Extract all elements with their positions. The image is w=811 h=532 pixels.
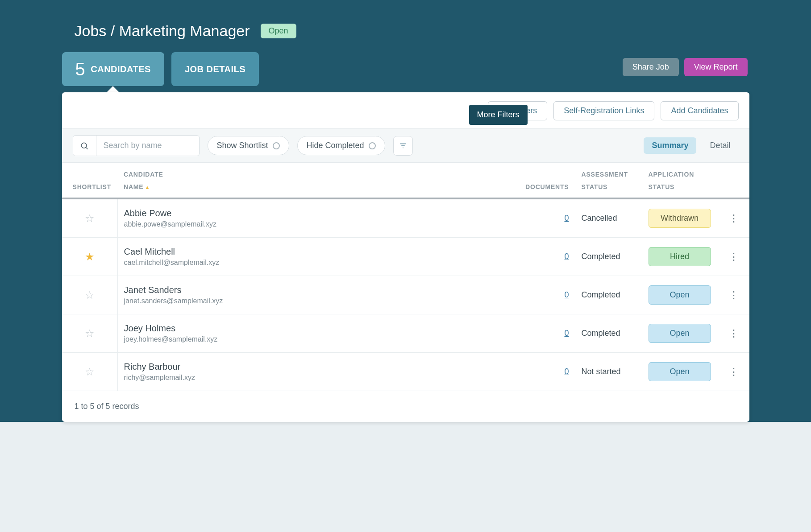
- th-application-status[interactable]: APPLICATION STATUS: [642, 163, 718, 198]
- view-report-button[interactable]: View Report: [684, 58, 748, 76]
- th-documents[interactable]: DOCUMENTS: [491, 163, 575, 198]
- documents-link[interactable]: 0: [564, 329, 569, 338]
- hide-completed-label: Hide Completed: [307, 141, 364, 150]
- shortlist-star-icon[interactable]: ☆: [85, 212, 95, 224]
- candidate-email: joey.holmes@samplemail.xyz: [124, 335, 484, 343]
- assessment-status: Completed: [582, 290, 620, 299]
- shortlist-star-icon[interactable]: ☆: [85, 366, 95, 378]
- candidate-name[interactable]: Janet Sanders: [124, 285, 484, 295]
- candidate-name[interactable]: Richy Barbour: [124, 362, 484, 372]
- th-menu: [718, 163, 749, 198]
- application-status-badge[interactable]: Hired: [649, 247, 711, 266]
- svg-point-0: [81, 143, 87, 148]
- documents-link[interactable]: 0: [564, 214, 569, 223]
- search-input[interactable]: [96, 136, 199, 156]
- radio-icon: [273, 142, 280, 149]
- more-filters-tooltip: More Filters: [469, 105, 528, 125]
- radio-icon: [369, 142, 376, 149]
- row-menu-button[interactable]: ⋮: [718, 276, 749, 314]
- add-candidates-button[interactable]: Add Candidates: [661, 101, 738, 120]
- breadcrumb[interactable]: Jobs / Marketing Manager: [75, 22, 250, 40]
- th-shortlist[interactable]: SHORTLIST: [62, 163, 118, 198]
- detail-view-button[interactable]: Detail: [702, 137, 738, 154]
- filter-icon-button[interactable]: [393, 136, 413, 156]
- assessment-status: Not started: [582, 367, 621, 376]
- hide-completed-toggle[interactable]: Hide Completed: [297, 136, 385, 155]
- row-menu-button[interactable]: ⋮: [718, 314, 749, 353]
- shortlist-star-icon[interactable]: ★: [85, 251, 95, 263]
- assessment-status: Completed: [582, 329, 620, 338]
- documents-link[interactable]: 0: [564, 252, 569, 261]
- job-status-badge: Open: [261, 24, 296, 38]
- tab-candidates-label: CANDIDATES: [91, 64, 151, 74]
- documents-link[interactable]: 0: [564, 290, 569, 299]
- application-status-badge[interactable]: Open: [649, 362, 711, 381]
- candidate-email: janet.sanders@samplemail.xyz: [124, 297, 484, 305]
- table-row: ★Cael Mitchellcael.mitchell@samplemail.x…: [62, 238, 749, 276]
- assessment-status: Cancelled: [582, 214, 617, 223]
- tab-job-details-label: JOB DETAILS: [185, 64, 245, 74]
- th-candidate-name[interactable]: CANDIDATE NAME▴: [117, 163, 490, 198]
- row-menu-button[interactable]: ⋮: [718, 353, 749, 391]
- candidates-table: SHORTLIST CANDIDATE NAME▴ DOCUMENTS ASSE…: [62, 163, 749, 391]
- candidate-email: richy@samplemail.xyz: [124, 374, 484, 382]
- candidate-email: abbie.powe@samplemail.xyz: [124, 220, 484, 228]
- application-status-badge[interactable]: Open: [649, 285, 711, 305]
- tab-candidates[interactable]: 5 CANDIDATES: [62, 52, 164, 86]
- th-assessment-status[interactable]: ASSESSMENT STATUS: [575, 163, 642, 198]
- tab-job-details[interactable]: JOB DETAILS: [171, 52, 259, 86]
- table-row: ☆Abbie Poweabbie.powe@samplemail.xyz0Can…: [62, 198, 749, 238]
- summary-view-button[interactable]: Summary: [644, 137, 696, 154]
- shortlist-star-icon[interactable]: ☆: [85, 327, 95, 339]
- assessment-status: Completed: [582, 252, 620, 261]
- row-menu-button[interactable]: ⋮: [718, 238, 749, 276]
- documents-link[interactable]: 0: [564, 367, 569, 376]
- candidates-count: 5: [75, 60, 86, 78]
- application-status-badge[interactable]: Withdrawn: [649, 209, 711, 228]
- table-row: ☆Janet Sandersjanet.sanders@samplemail.x…: [62, 276, 749, 314]
- svg-line-1: [86, 147, 88, 149]
- records-footer: 1 to 5 of 5 records: [62, 391, 749, 422]
- candidate-name[interactable]: Cael Mitchell: [124, 247, 484, 257]
- candidates-panel: More Filters Reminders Self-Registration…: [62, 92, 749, 422]
- show-shortlist-toggle[interactable]: Show Shortlist: [208, 136, 289, 155]
- row-menu-button[interactable]: ⋮: [718, 198, 749, 238]
- show-shortlist-label: Show Shortlist: [217, 141, 268, 150]
- candidate-email: cael.mitchell@samplemail.xyz: [124, 259, 484, 267]
- application-status-badge[interactable]: Open: [649, 324, 711, 343]
- candidate-name[interactable]: Joey Holmes: [124, 323, 484, 334]
- sort-asc-icon: ▴: [146, 184, 149, 190]
- search-icon: [73, 136, 96, 156]
- candidate-name[interactable]: Abbie Powe: [124, 208, 484, 219]
- self-registration-links-button[interactable]: Self-Registration Links: [553, 101, 654, 120]
- search-wrapper: [73, 135, 200, 156]
- share-job-button[interactable]: Share Job: [623, 58, 679, 76]
- table-row: ☆Richy Barbourrichy@samplemail.xyz0Not s…: [62, 353, 749, 391]
- table-row: ☆Joey Holmesjoey.holmes@samplemail.xyz0C…: [62, 314, 749, 353]
- shortlist-star-icon[interactable]: ☆: [85, 289, 95, 301]
